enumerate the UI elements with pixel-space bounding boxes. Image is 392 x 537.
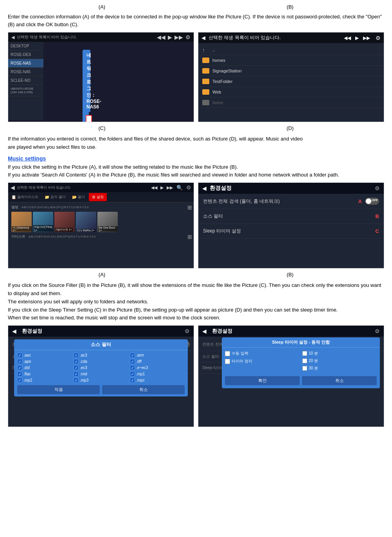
next-music-btn[interactable]: ▶▶ [167,185,173,190]
bottom-text: If you click on the Source Filter (B) in… [8,281,384,322]
filter-mid[interactable]: .mid [74,371,128,377]
sidebar-sclee[interactable]: SCLEE-NO [8,76,43,85]
sleep-30min[interactable]: 30 분 [302,366,377,371]
filter-amr[interactable]: .amr [130,353,185,358]
folder-item-test[interactable]: TestFolder [198,76,384,87]
tab-music-folder[interactable]: 📁 음악 폴더 [41,192,69,202]
checkbox-mp3[interactable] [74,378,79,383]
back-sleep-btn[interactable]: ◀ [202,328,207,334]
search-music-btn[interactable]: 🔍 [176,185,183,191]
filter-mpc[interactable]: .mpc [130,378,185,383]
grid-view-icon[interactable]: ⊞ [187,204,192,211]
checkbox-timer-stop[interactable] [225,359,230,364]
tab-playlist[interactable]: 📋 플레이리스트 [8,192,41,202]
folder-item-signage[interactable]: SignageStation [198,66,384,76]
filter-mp2[interactable]: .mp2 [17,378,72,383]
radio-10min[interactable] [302,351,307,356]
filter-flac[interactable]: .flac [17,371,72,377]
radio-20min[interactable] [302,359,307,363]
label-a-settings: A [358,198,362,204]
artist-grid-icon[interactable]: ⊞ [187,234,192,240]
folder-item-home[interactable]: home [198,97,384,108]
back-music-btn[interactable]: ◀ [11,184,15,191]
settings-gear-icon[interactable]: ⚙ [375,185,380,191]
label-b-music: (B) [287,272,293,278]
next-icon[interactable]: ▶▶ [174,34,183,40]
play-music-btn[interactable]: ▶ [160,185,164,190]
checkbox-ape[interactable] [17,359,22,364]
gear-icon[interactable]: ⚙ [185,34,191,40]
filter-ec3[interactable]: .ec3 [74,365,128,370]
album-thumb-5[interactable]: the One Buzz 1+ [97,212,118,232]
back-btn-d[interactable]: ◀ [201,35,205,41]
sleep-buttons: 확인 취소 [222,376,380,388]
filter-ape[interactable]: .ape [17,359,72,364]
filter-aac[interactable]: .aac [17,353,72,358]
back-settings-btn[interactable]: ◀ [202,185,207,191]
settings-item-b[interactable]: 소스 필터 B [198,209,384,224]
checkbox-mp1[interactable] [130,371,135,377]
folder-item-dots[interactable]: ↑ .. [198,45,384,55]
checkbox-aac[interactable] [17,353,22,358]
next-btn-d[interactable]: ▶▶ [363,35,370,41]
sleep-confirm-btn[interactable]: 확인 [225,376,300,385]
filter-apply-btn[interactable]: 적용 [17,385,100,394]
folder-item-web[interactable]: Web [198,87,384,97]
filter-bg-title: 환경설정 [22,328,182,335]
checkbox-ec3[interactable] [74,365,79,370]
prev-btn-d[interactable]: ◀◀ [344,35,351,41]
sleep-cancel-btn[interactable]: 취소 [302,376,377,385]
checkbox-eec3[interactable] [130,365,135,370]
radio-30min[interactable] [302,366,307,371]
sleep-gear-icon[interactable]: ⚙ [375,328,380,334]
id-input[interactable] [86,115,92,122]
play-icon[interactable]: ▶ [168,34,172,40]
sleep-20min[interactable]: 20 분 [302,358,377,364]
album-thumb-4[interactable]: #1's MaRia 2+ [76,212,96,232]
sleep-timer-stop[interactable]: 타이머 정지 [225,359,299,364]
checkbox-cda[interactable] [74,359,79,364]
music-content: 앨범 ABCDEFGHIJKLMNOPQRSTUVWXYZ# ⊞ +1 (Sha… [8,202,194,241]
checkbox-flac[interactable] [17,371,22,377]
album-thumb-1[interactable]: +1 (Shannon) 1+ [11,212,32,232]
checkbox-mp2[interactable] [17,378,22,383]
back-icon[interactable]: ◀ [11,35,14,40]
settings-item-c[interactable]: Sleep 타이머 설정 C [198,224,384,239]
filter-dsf[interactable]: .dsf [17,365,72,370]
filter-gear-icon[interactable]: ⚙ [185,328,190,334]
sidebar-rose-nas[interactable]: ROSE-NAS [8,59,43,68]
sleep-manual-input[interactable]: 수동 입력 [225,351,299,356]
filter-dff[interactable]: .dff [130,359,185,364]
album-thumb-2[interactable]: ///실사리(Trica) 1+ [33,212,53,232]
checkbox-manual[interactable] [225,351,230,356]
checkbox-dsf[interactable] [17,365,22,370]
back-filter-btn[interactable]: ◀ [12,328,16,334]
folder-item-homes[interactable]: homes [198,55,384,66]
prev-icon[interactable]: ◀◀ [157,34,165,40]
checkbox-amr[interactable] [130,353,135,358]
settings-item-a[interactable]: 컨텐츠 전체 검색 (폴더, 홈 네트워크) A OFF [198,194,384,209]
tab-settings[interactable]: ⚙ 설정 [89,193,107,201]
sleep-10min[interactable]: 10 분 [302,351,377,356]
filter-eec3[interactable]: .e~ec3 [130,365,185,370]
checkbox-dff[interactable] [130,359,135,364]
sidebar-rose-des[interactable]: ROSE-DES [8,50,43,59]
gear-btn-d[interactable]: ⚙ [376,35,381,41]
toggle-a[interactable]: OFF [365,198,379,205]
sidebar-desktop[interactable]: DESKTOP [8,42,43,50]
checkbox-mid[interactable] [74,371,79,377]
filter-cancel-btn[interactable]: 취소 [102,385,185,394]
checkbox-ac3[interactable] [74,353,79,358]
filter-mp1[interactable]: .mp1 [130,371,185,377]
tab-folder[interactable]: 📂 폴더 [69,192,88,202]
sidebar-rose-na5[interactable]: ROSE-NA5 [8,68,43,76]
filter-mp3[interactable]: .mp3 [74,378,128,383]
filter-cda[interactable]: .cda [74,359,128,364]
play-btn-d[interactable]: ▶ [355,35,359,41]
prev-music-btn[interactable]: ◀◀ [151,185,157,190]
checkbox-mpc[interactable] [130,378,135,383]
sidebar-ubuntu[interactable]: UBUNTU-ROSE (192.168.2.230) [8,85,43,96]
filter-ac3[interactable]: .ac3 [74,353,128,358]
album-thumb-3[interactable]: //얼마이럿 1+ [54,212,75,232]
gear-music-icon[interactable]: ⚙ [186,184,191,191]
